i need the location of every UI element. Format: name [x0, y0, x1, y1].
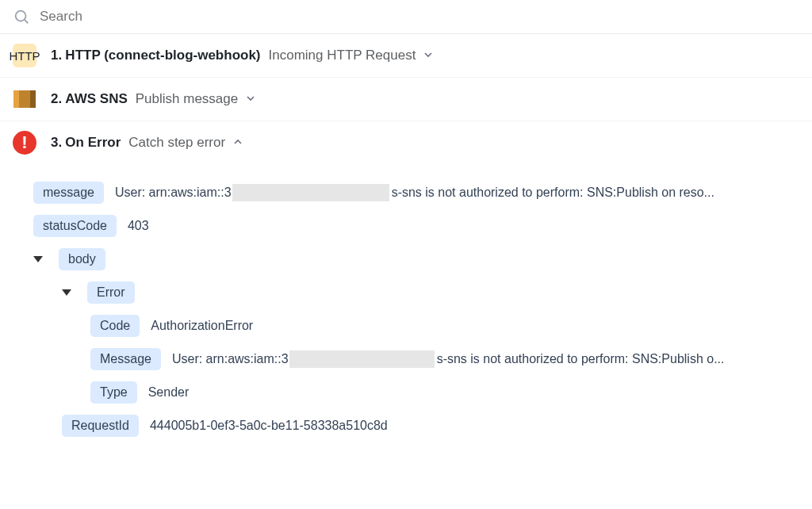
- step-num: 3.: [51, 135, 62, 151]
- redacted-block: [232, 184, 389, 201]
- aws-sns-icon: [13, 87, 36, 111]
- key-statuscode[interactable]: statusCode: [33, 215, 117, 237]
- value-inner-message-suffix: s-sns is not authorized to perform: SNS:…: [437, 352, 725, 366]
- error-details: message User: arn:aws:iam::3 s-sns is no…: [0, 164, 812, 472]
- step-aws-sns[interactable]: 2. AWS SNS Publish message: [0, 78, 812, 121]
- value-requestid: 444005b1-0ef3-5a0c-be11-58338a510c8d: [150, 419, 388, 433]
- field-requestid: RequestId 444005b1-0ef3-5a0c-be11-58338a…: [33, 415, 779, 437]
- error-icon: !: [13, 131, 36, 155]
- svg-point-0: [16, 11, 26, 21]
- svg-line-1: [25, 20, 28, 23]
- step-subtitle: Publish message: [136, 91, 238, 107]
- value-message-prefix: User: arn:aws:iam::3: [115, 186, 232, 200]
- toggle-icon[interactable]: [33, 256, 43, 262]
- value-code: AuthorizationError: [151, 319, 253, 333]
- value-message-suffix: s-sns is not authorized to perform: SNS:…: [392, 186, 714, 200]
- field-message: message User: arn:aws:iam::3 s-sns is no…: [33, 182, 779, 204]
- value-statuscode: 403: [128, 219, 149, 233]
- step-title: On Error: [65, 135, 121, 151]
- step-num: 1.: [51, 48, 62, 63]
- step-title: HTTP (connect-blog-webhook): [65, 48, 260, 63]
- field-code: Code AuthorizationError: [33, 315, 779, 337]
- field-error[interactable]: Error: [33, 281, 779, 304]
- redacted-block: [289, 350, 435, 368]
- key-message[interactable]: message: [33, 182, 104, 204]
- chevron-up-icon[interactable]: [232, 136, 244, 151]
- step-subtitle: Catch step error: [128, 135, 225, 151]
- step-title: AWS SNS: [65, 91, 127, 107]
- key-inner-message[interactable]: Message: [90, 348, 161, 370]
- step-on-error[interactable]: ! 3. On Error Catch step error: [0, 121, 812, 164]
- key-requestid[interactable]: RequestId: [62, 415, 139, 437]
- key-code[interactable]: Code: [90, 315, 140, 337]
- step-http[interactable]: HTTP 1. HTTP (connect-blog-webhook) Inco…: [0, 34, 812, 78]
- step-subtitle: Incoming HTTP Request: [269, 48, 416, 63]
- toggle-icon[interactable]: [62, 289, 71, 296]
- field-type: Type Sender: [33, 381, 779, 404]
- key-error[interactable]: Error: [87, 281, 135, 304]
- value-type: Sender: [148, 385, 190, 400]
- search-bar: [0, 0, 812, 34]
- key-type[interactable]: Type: [90, 381, 137, 404]
- http-icon: HTTP: [13, 44, 36, 67]
- value-inner-message-prefix: User: arn:aws:iam::3: [172, 352, 289, 366]
- field-inner-message: Message User: arn:aws:iam::3 s-sns is no…: [33, 348, 779, 370]
- chevron-down-icon[interactable]: [244, 92, 257, 107]
- chevron-down-icon[interactable]: [422, 48, 435, 63]
- field-body[interactable]: body: [33, 248, 779, 270]
- key-body[interactable]: body: [59, 248, 105, 270]
- step-num: 2.: [51, 91, 62, 107]
- search-input[interactable]: [40, 9, 799, 25]
- field-statuscode: statusCode 403: [33, 215, 779, 237]
- search-icon: [13, 8, 30, 25]
